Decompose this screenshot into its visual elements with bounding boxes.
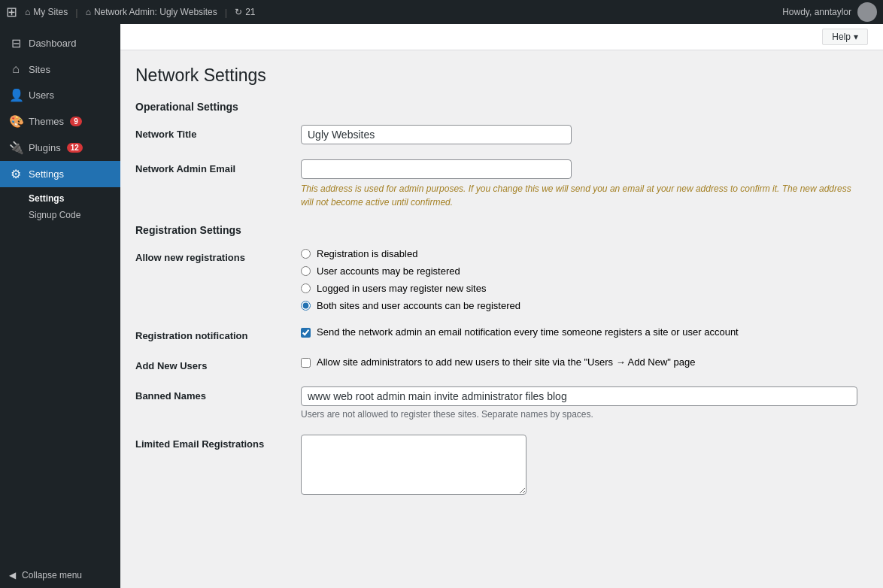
sidebar-label-themes: Themes <box>29 116 64 127</box>
sidebar-label-plugins: Plugins <box>29 142 61 153</box>
allow-registrations-label: Allow new registrations <box>135 248 301 311</box>
sidebar-item-users[interactable]: 👤 Users <box>0 82 120 108</box>
top-bar: ⊞ ⌂ My Sites | ⌂ Network Admin: Ugly Web… <box>0 0 883 24</box>
sidebar-item-dashboard[interactable]: ⊟ Dashboard <box>0 30 120 56</box>
sidebar-sub-signup-code[interactable]: Signup Code <box>29 207 120 223</box>
limited-email-value <box>301 435 868 497</box>
allow-registrations-row: Allow new registrations Registration is … <box>135 248 868 311</box>
registration-radio-group: Registration is disabled User accounts m… <box>301 248 868 311</box>
registration-option-disabled[interactable]: Registration is disabled <box>301 248 868 259</box>
registration-notification-value: Send the network admin an email notifica… <box>301 326 868 341</box>
home-icon: ⌂ <box>25 7 30 17</box>
registration-option-logged-in[interactable]: Logged in users may register new sites <box>301 283 868 294</box>
registration-radio-logged-in[interactable] <box>301 283 311 293</box>
registration-option-both[interactable]: Both sites and user accounts can be regi… <box>301 300 868 311</box>
limited-email-row: Limited Email Registrations <box>135 435 868 497</box>
registration-section-title: Registration Settings <box>135 224 868 236</box>
registration-option-both-label: Both sites and user accounts can be regi… <box>317 300 520 311</box>
avatar <box>857 2 877 22</box>
plugins-icon: 🔌 <box>9 141 23 155</box>
banned-names-value: Users are not allowed to register these … <box>301 386 868 420</box>
themes-badge: 9 <box>70 117 82 126</box>
network-title-row: Network Title <box>135 125 868 144</box>
registration-option-logged-in-label: Logged in users may register new sites <box>317 283 486 294</box>
registration-option-user[interactable]: User accounts may be registered <box>301 265 868 277</box>
banned-names-row: Banned Names Users are not allowed to re… <box>135 386 868 420</box>
sites-icon: ⌂ <box>9 62 23 76</box>
sidebar-item-plugins[interactable]: 🔌 Plugins 12 <box>0 135 120 161</box>
refresh-icon: ↻ <box>235 7 242 17</box>
settings-icon: ⚙ <box>9 167 23 181</box>
users-icon: 👤 <box>9 88 23 102</box>
network-admin-link[interactable]: ⌂ Network Admin: Ugly Websites <box>86 7 217 17</box>
house-icon: ⌂ <box>86 7 91 17</box>
wp-logo-icon[interactable]: ⊞ <box>6 4 17 20</box>
page-title: Network Settings <box>135 65 868 86</box>
add-new-users-checkbox[interactable] <box>301 358 311 368</box>
network-admin-email-label: Network Admin Email <box>135 159 301 209</box>
add-new-users-text: Allow site administrators to add new use… <box>317 356 695 368</box>
howdy-text: Howdy, anntaylor <box>782 7 851 17</box>
sidebar-label-users: Users <box>29 89 54 101</box>
network-admin-email-row: Network Admin Email This address is used… <box>135 159 868 209</box>
allow-registrations-value: Registration is disabled User accounts m… <box>301 248 868 311</box>
limited-email-textarea[interactable] <box>301 435 526 495</box>
help-button[interactable]: Help ▾ <box>822 29 868 45</box>
sidebar: ⊟ Dashboard ⌂ Sites 👤 Users 🎨 Themes 9 🔌… <box>0 24 120 588</box>
sidebar-sub-menu: Settings Signup Code <box>0 187 120 226</box>
sidebar-label-dashboard: Dashboard <box>29 38 77 49</box>
network-title-value <box>301 125 868 144</box>
registration-notification-option[interactable]: Send the network admin an email notifica… <box>301 326 868 338</box>
banned-names-helper: Users are not allowed to register these … <box>301 409 868 420</box>
registration-option-user-label: User accounts may be registered <box>317 265 460 277</box>
operational-section-title: Operational Settings <box>135 101 868 113</box>
sidebar-item-settings[interactable]: ⚙ Settings <box>0 161 120 187</box>
banned-names-input[interactable] <box>301 386 857 406</box>
sidebar-label-settings: Settings <box>29 168 64 180</box>
my-sites-link[interactable]: ⌂ My Sites <box>25 7 68 17</box>
network-title-input[interactable] <box>301 125 572 144</box>
collapse-icon: ◀ <box>9 570 16 580</box>
registration-option-disabled-label: Registration is disabled <box>317 248 417 259</box>
add-new-users-value: Allow site administrators to add new use… <box>301 356 868 371</box>
collapse-menu-button[interactable]: ◀ Collapse menu <box>0 562 120 588</box>
updates-link[interactable]: ↻ 21 <box>235 7 255 17</box>
sidebar-label-sites: Sites <box>29 64 50 75</box>
network-title-label: Network Title <box>135 125 301 144</box>
registration-notification-checkbox[interactable] <box>301 328 311 338</box>
registration-radio-disabled[interactable] <box>301 249 311 259</box>
limited-email-label: Limited Email Registrations <box>135 435 301 497</box>
themes-icon: 🎨 <box>9 114 23 129</box>
add-new-users-label: Add New Users <box>135 356 301 371</box>
registration-radio-both[interactable] <box>301 301 311 311</box>
network-admin-email-value: This address is used for admin purposes.… <box>301 159 868 209</box>
sidebar-item-sites[interactable]: ⌂ Sites <box>0 56 120 82</box>
chevron-down-icon: ▾ <box>854 32 858 42</box>
registration-settings-section: Registration Settings Allow new registra… <box>135 224 868 497</box>
network-admin-email-input[interactable] <box>301 159 572 179</box>
banned-names-label: Banned Names <box>135 386 301 420</box>
content-area: Network Settings Operational Settings Ne… <box>120 50 883 588</box>
operational-settings-section: Operational Settings Network Title Netwo… <box>135 101 868 209</box>
dashboard-icon: ⊟ <box>9 36 23 50</box>
help-bar: Help ▾ <box>120 24 883 50</box>
registration-radio-user[interactable] <box>301 266 311 276</box>
plugins-badge: 12 <box>67 143 83 153</box>
registration-notification-label: Registration notification <box>135 326 301 341</box>
sidebar-sub-settings[interactable]: Settings <box>29 190 120 207</box>
network-admin-email-helper: This address is used for admin purposes.… <box>301 182 857 209</box>
registration-notification-text: Send the network admin an email notifica… <box>317 326 739 338</box>
add-new-users-option[interactable]: Allow site administrators to add new use… <box>301 356 868 368</box>
sidebar-item-themes[interactable]: 🎨 Themes 9 <box>0 108 120 135</box>
registration-notification-row: Registration notification Send the netwo… <box>135 326 868 341</box>
add-new-users-row: Add New Users Allow site administrators … <box>135 356 868 371</box>
